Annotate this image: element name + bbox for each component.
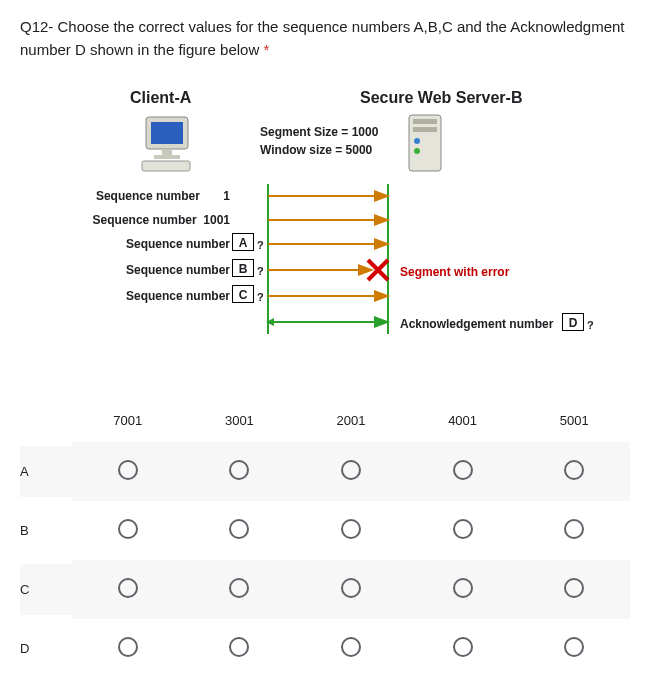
radio-c-4001[interactable] xyxy=(453,578,473,598)
radio-b-5001[interactable] xyxy=(564,519,584,539)
box-c: C xyxy=(232,285,254,303)
svg-point-8 xyxy=(414,138,420,144)
segment-size-label: Segment Size = 1000 xyxy=(260,123,378,141)
radio-d-4001[interactable] xyxy=(453,637,473,657)
radio-d-2001[interactable] xyxy=(341,637,361,657)
radio-a-3001[interactable] xyxy=(229,460,249,480)
radio-b-4001[interactable] xyxy=(453,519,473,539)
row-label-d: D xyxy=(20,623,72,674)
col-header-0: 7001 xyxy=(72,399,184,442)
box-b: B xyxy=(232,259,254,277)
col-header-4: 5001 xyxy=(518,399,630,442)
radio-a-7001[interactable] xyxy=(118,460,138,480)
question-text: Q12- Choose the correct values for the s… xyxy=(20,16,633,61)
segment-error-label: Segment with error xyxy=(400,265,509,279)
radio-d-5001[interactable] xyxy=(564,637,584,657)
svg-rect-1 xyxy=(151,122,183,144)
client-computer-icon xyxy=(140,113,198,173)
question-body: Choose the correct values for the sequen… xyxy=(20,18,625,58)
radio-c-5001[interactable] xyxy=(564,578,584,598)
server-tower-icon xyxy=(405,113,447,175)
radio-a-5001[interactable] xyxy=(564,460,584,480)
segment-info: Segment Size = 1000 Window size = 5000 xyxy=(260,123,378,159)
col-header-1: 3001 xyxy=(184,399,296,442)
radio-c-2001[interactable] xyxy=(341,578,361,598)
radio-c-3001[interactable] xyxy=(229,578,249,598)
seq-label-5: Sequence number xyxy=(90,289,230,303)
svg-rect-7 xyxy=(413,127,437,132)
seq-label-2: Sequence number 1001 xyxy=(90,213,230,227)
svg-rect-3 xyxy=(154,155,180,159)
row-label-c: C xyxy=(20,564,72,615)
row-label-a: A xyxy=(20,446,72,497)
seq-label-4: Sequence number xyxy=(90,263,230,277)
radio-d-3001[interactable] xyxy=(229,637,249,657)
arrows-icon xyxy=(260,184,400,339)
question-prefix: Q12- xyxy=(20,18,58,35)
box-d: D xyxy=(562,313,584,331)
client-label: Client-A xyxy=(130,89,191,107)
radio-b-2001[interactable] xyxy=(341,519,361,539)
seq-label-3: Sequence number xyxy=(90,237,230,251)
svg-rect-6 xyxy=(413,119,437,124)
required-marker: * xyxy=(263,41,269,58)
radio-c-7001[interactable] xyxy=(118,578,138,598)
qmark-d: ? xyxy=(587,319,594,331)
box-a: A xyxy=(232,233,254,251)
svg-point-9 xyxy=(414,148,420,154)
svg-rect-2 xyxy=(162,149,172,155)
ack-number-label: Acknowledgement number xyxy=(400,317,553,331)
answer-grid: 7001 3001 2001 4001 5001 A B C D xyxy=(20,399,630,678)
col-header-3: 4001 xyxy=(407,399,519,442)
col-header-2: 2001 xyxy=(295,399,407,442)
window-size-label: Window size = 5000 xyxy=(260,141,378,159)
seq-label-1: Sequence number 1 xyxy=(90,189,230,203)
tcp-diagram: Client-A Secure Web Server-B Segment Siz… xyxy=(60,89,620,379)
radio-a-4001[interactable] xyxy=(453,460,473,480)
radio-b-3001[interactable] xyxy=(229,519,249,539)
radio-d-7001[interactable] xyxy=(118,637,138,657)
server-label: Secure Web Server-B xyxy=(360,89,522,107)
radio-a-2001[interactable] xyxy=(341,460,361,480)
svg-rect-4 xyxy=(142,161,190,171)
row-label-b: B xyxy=(20,505,72,556)
radio-b-7001[interactable] xyxy=(118,519,138,539)
